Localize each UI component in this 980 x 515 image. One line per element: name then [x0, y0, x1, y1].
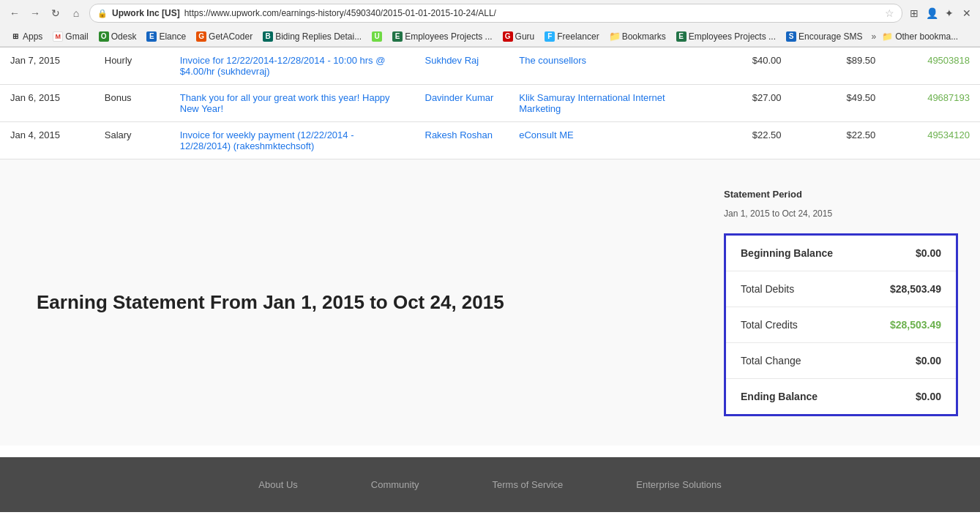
- total-change-value: $0.00: [916, 355, 941, 366]
- gmail-icon: M: [53, 31, 63, 42]
- star-icon[interactable]: ☆: [885, 7, 894, 19]
- total-credits-row: Total Credits $28,503.49: [726, 307, 956, 343]
- reload-button[interactable]: ↻: [47, 4, 64, 22]
- desc-link[interactable]: Thank you for all your great work this y…: [180, 92, 390, 114]
- company-link[interactable]: The counsellors: [519, 55, 586, 66]
- forward-button[interactable]: →: [26, 4, 44, 22]
- bookmark-odesk-label: Odesk: [111, 31, 137, 42]
- company-link[interactable]: eConsult ME: [519, 129, 573, 140]
- employees1-icon: E: [392, 31, 403, 42]
- table-row: Jan 6, 2015 Bonus Thank you for all your…: [0, 85, 980, 122]
- bookmark-gmail[interactable]: M Gmail: [48, 30, 92, 43]
- total-credits-label: Total Credits: [741, 319, 798, 331]
- company-cell: eConsult ME: [509, 122, 697, 159]
- address-bar[interactable]: 🔒 Upwork Inc [US] https://www.upwork.com…: [89, 4, 902, 23]
- earnings-table: Jan 7, 2015 Hourly Invoice for 12/22/201…: [0, 48, 980, 159]
- bookmark-upwork-icon[interactable]: U: [367, 30, 386, 43]
- bookmark-elance[interactable]: E Elance: [142, 30, 190, 43]
- desc-link[interactable]: Invoice for 12/22/2014-12/28/2014 - 10:0…: [180, 55, 386, 77]
- person-link[interactable]: Davinder Kumar: [425, 92, 494, 103]
- bookmark-encourage[interactable]: S Encourage SMS: [782, 30, 867, 43]
- balance-cell: $49.50: [792, 85, 886, 122]
- more-bookmarks-button[interactable]: »: [868, 30, 879, 43]
- footer-about-link[interactable]: About Us: [258, 479, 297, 490]
- person-link[interactable]: Sukhdev Raj: [425, 55, 479, 66]
- summary-box: Beginning Balance $0.00 Total Debits $28…: [724, 233, 958, 416]
- back-button[interactable]: ←: [6, 4, 23, 22]
- puzzle-icon[interactable]: ✦: [942, 6, 957, 20]
- bookmarks-folder-icon: 📁: [610, 31, 620, 42]
- desc-cell: Invoice for weekly payment (12/22/2014 -…: [170, 122, 415, 159]
- apps-icon: ⊞: [10, 31, 20, 42]
- footer-community-link[interactable]: Community: [371, 479, 419, 490]
- bookmark-freelancer-label: Freelancer: [557, 31, 599, 42]
- guru-icon: G: [503, 31, 513, 42]
- bookmark-getacoder[interactable]: G GetACoder: [192, 30, 257, 43]
- bookmark-getacoder-label: GetACoder: [209, 31, 253, 42]
- person-cell: Rakesh Roshan: [415, 122, 509, 159]
- bookmark-guru-label: Guru: [515, 31, 535, 42]
- statement-title: Earning Statement From Jan 1, 2015 to Oc…: [37, 290, 504, 315]
- total-change-row: Total Change $0.00: [726, 343, 956, 379]
- lower-section: Earning Statement From Jan 1, 2015 to Oc…: [0, 159, 980, 446]
- desc-cell: Invoice for 12/22/2014-12/28/2014 - 10:0…: [170, 48, 415, 85]
- statement-period-label: Statement Period: [724, 189, 958, 200]
- statement-summary-area: Statement Period Jan 1, 2015 to Oct 24, …: [702, 174, 980, 431]
- amount-cell: $40.00: [697, 48, 792, 85]
- amount-cell: $22.50: [697, 122, 792, 159]
- person-cell: Sukhdev Raj: [415, 48, 509, 85]
- other-bookmarks[interactable]: 📁 Other bookma...: [882, 31, 958, 42]
- ref-cell: 49534120: [886, 122, 980, 159]
- getacoder-icon: G: [196, 31, 206, 42]
- footer-terms-link[interactable]: Terms of Service: [493, 479, 564, 490]
- extensions-icon[interactable]: ⊞: [907, 6, 921, 20]
- type-cell: Salary: [94, 122, 170, 159]
- table-row: Jan 7, 2015 Hourly Invoice for 12/22/201…: [0, 48, 980, 85]
- person-cell: Davinder Kumar: [415, 85, 509, 122]
- bookmark-apps[interactable]: ⊞ Apps: [6, 30, 47, 43]
- elance-icon: E: [146, 31, 157, 42]
- bookmark-employees2-label: Employees Projects ...: [689, 31, 776, 42]
- bookmark-gmail-label: Gmail: [65, 31, 88, 42]
- ref-cell: 49687193: [886, 85, 980, 122]
- total-credits-value: $28,503.49: [890, 319, 941, 331]
- bookmark-encourage-label: Encourage SMS: [798, 31, 862, 42]
- desc-link[interactable]: Invoice for weekly payment (12/22/2014 -…: [180, 129, 354, 151]
- bookmark-apps-label: Apps: [23, 31, 42, 42]
- lock-icon: 🔒: [97, 9, 108, 18]
- balance-cell: $89.50: [792, 48, 886, 85]
- bookmark-biding[interactable]: B Biding Replies Detai...: [258, 30, 366, 43]
- bookmarks-bar: ⊞ Apps M Gmail O Odesk E Elance G GetACo…: [0, 26, 980, 47]
- bookmark-odesk[interactable]: O Odesk: [94, 30, 141, 43]
- ref-cell: 49503818: [886, 48, 980, 85]
- bookmark-employees1[interactable]: E Employees Projects ...: [388, 30, 496, 43]
- account-icon[interactable]: 👤: [924, 6, 939, 20]
- upwork-small-icon: U: [372, 31, 382, 42]
- encourage-icon: S: [786, 31, 796, 42]
- close-icon[interactable]: ✕: [960, 6, 974, 20]
- date-cell: Jan 7, 2015: [0, 48, 94, 85]
- beginning-balance-label: Beginning Balance: [741, 247, 833, 259]
- total-debits-label: Total Debits: [741, 283, 794, 295]
- person-link[interactable]: Rakesh Roshan: [425, 129, 493, 140]
- table-row: Jan 4, 2015 Salary Invoice for weekly pa…: [0, 122, 980, 159]
- ending-balance-label: Ending Balance: [741, 391, 818, 402]
- company-link[interactable]: Klik Samuray International Internet Mark…: [519, 92, 665, 114]
- home-button[interactable]: ⌂: [67, 4, 85, 22]
- bookmark-guru[interactable]: G Guru: [498, 30, 539, 43]
- date-cell: Jan 4, 2015: [0, 122, 94, 159]
- biding-icon: B: [263, 31, 273, 42]
- browser-toolbar: ← → ↻ ⌂ 🔒 Upwork Inc [US] https://www.up…: [0, 0, 980, 26]
- freelancer-icon: F: [545, 31, 555, 42]
- bookmark-freelancer[interactable]: F Freelancer: [540, 30, 603, 43]
- type-cell: Hourly: [94, 48, 170, 85]
- main-content: Jan 7, 2015 Hourly Invoice for 12/22/201…: [0, 48, 980, 457]
- amount-cell: $27.00: [697, 85, 792, 122]
- footer: About Us Community Terms of Service Ente…: [0, 457, 980, 512]
- statement-period-dates: Jan 1, 2015 to Oct 24, 2015: [724, 208, 958, 219]
- bookmark-bookmarks-folder[interactable]: 📁 Bookmarks: [605, 30, 670, 43]
- date-cell: Jan 6, 2015: [0, 85, 94, 122]
- footer-enterprise-link[interactable]: Enterprise Solutions: [636, 479, 721, 490]
- bookmark-employees2[interactable]: E Employees Projects ...: [672, 30, 780, 43]
- other-bookmarks-folder-icon: 📁: [882, 31, 893, 42]
